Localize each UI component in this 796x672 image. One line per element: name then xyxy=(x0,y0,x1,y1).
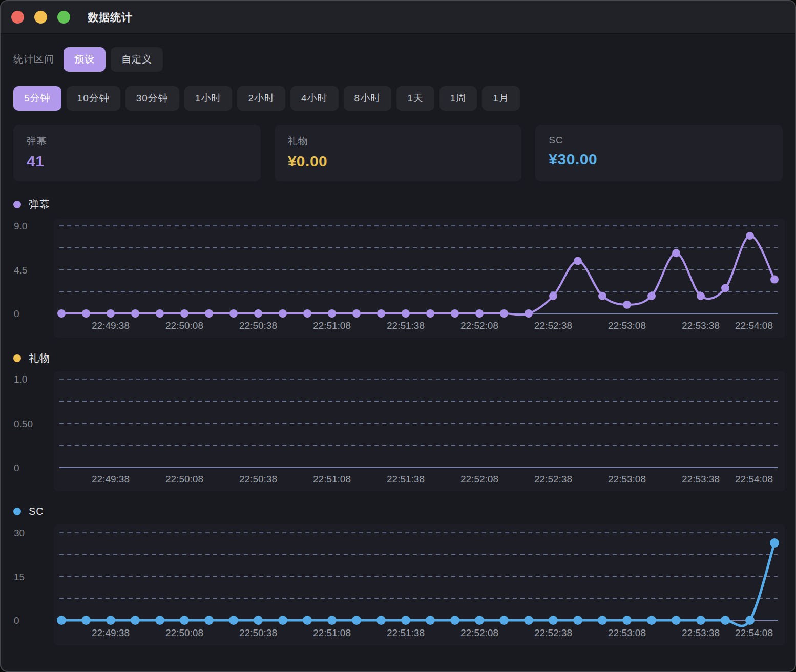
svg-text:22:54:08: 22:54:08 xyxy=(735,320,773,331)
legend-dot-icon xyxy=(13,354,21,362)
svg-text:22:50:08: 22:50:08 xyxy=(165,627,203,638)
stat-card-value: 41 xyxy=(27,153,247,170)
svg-text:22:51:08: 22:51:08 xyxy=(313,474,351,485)
chart-section: 礼物1.00.50022:49:3822:50:0822:50:3822:51:… xyxy=(13,351,785,491)
legend-label: 弹幕 xyxy=(29,198,50,212)
app-window: 数据统计 统计区间 预设自定义 5分钟10分钟30分钟1小时2小时4小时8小时1… xyxy=(0,0,796,672)
svg-text:0: 0 xyxy=(14,463,19,473)
chart-section: 弹幕9.04.5022:49:3822:50:0822:50:3822:51:0… xyxy=(13,197,785,338)
mode-option[interactable]: 预设 xyxy=(64,47,106,72)
stat-card-label: 礼物 xyxy=(288,135,509,148)
range-option[interactable]: 1小时 xyxy=(184,86,233,111)
svg-text:22:49:38: 22:49:38 xyxy=(92,320,130,331)
range-option[interactable]: 2小时 xyxy=(237,86,285,111)
legend-label: SC xyxy=(29,506,44,517)
window-title: 数据统计 xyxy=(88,10,133,25)
svg-text:22:51:38: 22:51:38 xyxy=(387,627,425,638)
zoom-button[interactable] xyxy=(57,11,70,24)
svg-text:0: 0 xyxy=(14,615,19,626)
stat-card-label: SC xyxy=(549,135,769,146)
svg-text:22:52:08: 22:52:08 xyxy=(460,320,498,331)
range-option[interactable]: 4小时 xyxy=(290,86,339,111)
chart-canvas[interactable]: 9.04.5022:49:3822:50:0822:50:3822:51:082… xyxy=(13,219,785,338)
svg-text:22:50:38: 22:50:38 xyxy=(239,474,277,485)
svg-text:22:50:38: 22:50:38 xyxy=(239,320,277,331)
svg-text:22:52:38: 22:52:38 xyxy=(534,474,572,485)
legend-dot-icon xyxy=(13,201,21,208)
stat-range-row: 统计区间 预设自定义 xyxy=(13,47,163,72)
legend-label: 礼物 xyxy=(29,351,50,365)
legend-dot-icon xyxy=(13,508,21,515)
stat-card-label: 弹幕 xyxy=(27,135,247,148)
close-button[interactable] xyxy=(11,11,24,24)
svg-text:22:52:08: 22:52:08 xyxy=(460,474,498,485)
stat-card: 弹幕41 xyxy=(13,125,261,181)
range-option[interactable]: 1周 xyxy=(439,86,477,111)
svg-text:22:52:38: 22:52:38 xyxy=(534,627,572,638)
legend[interactable]: 弹幕 xyxy=(13,197,785,212)
stat-card-value: ¥30.00 xyxy=(549,151,769,168)
range-option[interactable]: 1天 xyxy=(396,86,434,111)
titlebar: 数据统计 xyxy=(1,1,795,34)
range-option[interactable]: 5分钟 xyxy=(13,86,61,111)
chart-canvas[interactable]: 1.00.50022:49:3822:50:0822:50:3822:51:08… xyxy=(13,371,785,491)
svg-text:22:53:38: 22:53:38 xyxy=(682,474,720,485)
svg-text:9.0: 9.0 xyxy=(14,221,27,232)
svg-text:22:51:08: 22:51:08 xyxy=(313,627,351,638)
range-option[interactable]: 1月 xyxy=(482,86,520,111)
stat-card: SC¥30.00 xyxy=(535,125,783,181)
svg-text:0.50: 0.50 xyxy=(14,418,33,429)
svg-text:22:53:38: 22:53:38 xyxy=(682,320,720,331)
svg-text:22:53:08: 22:53:08 xyxy=(608,627,646,638)
stat-cards: 弹幕41礼物¥0.00SC¥30.00 xyxy=(13,125,783,181)
svg-text:22:52:38: 22:52:38 xyxy=(534,320,572,331)
legend[interactable]: 礼物 xyxy=(13,351,785,365)
legend[interactable]: SC xyxy=(13,504,785,518)
svg-text:22:54:08: 22:54:08 xyxy=(735,474,773,485)
stat-range-label: 统计区间 xyxy=(13,53,54,66)
mode-switch: 预设自定义 xyxy=(64,47,163,72)
svg-text:22:51:08: 22:51:08 xyxy=(313,320,351,331)
svg-text:22:50:08: 22:50:08 xyxy=(165,320,203,331)
svg-text:22:53:38: 22:53:38 xyxy=(682,627,720,638)
svg-text:22:51:38: 22:51:38 xyxy=(387,320,425,331)
stat-card-value: ¥0.00 xyxy=(288,153,509,170)
svg-text:22:54:08: 22:54:08 xyxy=(735,627,773,638)
stat-card: 礼物¥0.00 xyxy=(275,125,522,181)
svg-text:22:49:38: 22:49:38 xyxy=(92,627,130,638)
range-option[interactable]: 10分钟 xyxy=(67,86,120,111)
svg-text:22:52:08: 22:52:08 xyxy=(460,627,498,638)
svg-text:22:51:38: 22:51:38 xyxy=(387,474,425,485)
range-option[interactable]: 30分钟 xyxy=(125,86,179,111)
svg-text:15: 15 xyxy=(14,572,25,582)
range-option[interactable]: 8小时 xyxy=(344,86,392,111)
minimize-button[interactable] xyxy=(34,11,47,24)
chart-section: SC3015022:49:3822:50:0822:50:3822:51:082… xyxy=(13,504,785,645)
mode-option[interactable]: 自定义 xyxy=(111,47,163,72)
svg-text:0: 0 xyxy=(14,308,19,319)
svg-text:22:53:08: 22:53:08 xyxy=(608,474,646,485)
svg-text:4.5: 4.5 xyxy=(14,265,27,276)
svg-text:22:49:38: 22:49:38 xyxy=(92,474,130,485)
svg-text:1.0: 1.0 xyxy=(14,374,27,385)
svg-text:22:50:08: 22:50:08 xyxy=(165,474,203,485)
svg-text:30: 30 xyxy=(14,528,25,538)
svg-text:22:50:38: 22:50:38 xyxy=(239,627,277,638)
range-switch: 5分钟10分钟30分钟1小时2小时4小时8小时1天1周1月 xyxy=(13,86,520,111)
svg-text:22:53:08: 22:53:08 xyxy=(608,320,646,331)
chart-canvas[interactable]: 3015022:49:3822:50:0822:50:3822:51:0822:… xyxy=(13,524,785,645)
